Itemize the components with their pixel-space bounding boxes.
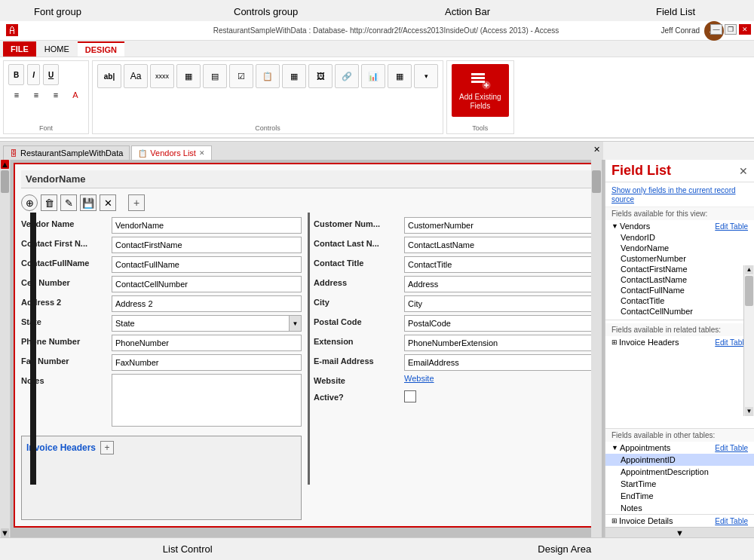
vendors-tab-close[interactable]: ✕ xyxy=(199,149,205,157)
phone-number-input[interactable] xyxy=(112,335,302,351)
fl-scroll-up[interactable]: ▲ xyxy=(745,265,753,274)
fl-scroll-thumb[interactable] xyxy=(745,276,753,306)
active-checkbox[interactable] xyxy=(404,390,416,402)
grid-btn[interactable]: ▦ xyxy=(282,64,306,88)
design-vscroll[interactable] xyxy=(591,160,602,537)
panel-close-btn[interactable]: ✕ xyxy=(593,145,600,155)
city-input[interactable] xyxy=(404,295,594,312)
text-box-btn[interactable]: ab| xyxy=(97,64,121,88)
home-tab[interactable]: HOME xyxy=(37,41,77,57)
website-link[interactable]: Website xyxy=(404,374,434,383)
customer-num-input[interactable] xyxy=(404,217,594,234)
align-right-btn[interactable]: ≡ xyxy=(48,87,64,103)
fl-show-only[interactable]: Show only fields in the current record s… xyxy=(605,182,754,207)
align-center-btn[interactable]: ≡ xyxy=(28,87,44,103)
fl-vendor-name-field[interactable]: VendorName xyxy=(605,243,754,253)
scroll-down-btn[interactable]: ▼ xyxy=(1,528,9,537)
contact-first-input[interactable] xyxy=(112,237,302,253)
bold-btn[interactable]: B xyxy=(8,64,24,85)
state-row: State ▼ xyxy=(21,315,302,332)
email-label: E-mail Address xyxy=(314,354,404,368)
form-delete-btn[interactable]: 🗑 xyxy=(41,194,57,211)
fl-end-time-field[interactable]: EndTime xyxy=(605,490,754,502)
combo-btn[interactable]: xxxx xyxy=(150,64,174,88)
fl-vendor-id[interactable]: VendorID xyxy=(605,232,754,243)
fl-vendors-edit[interactable]: Edit Table xyxy=(715,222,748,231)
contact-full-input[interactable] xyxy=(112,256,302,273)
restore-btn[interactable]: ❐ xyxy=(725,24,737,35)
chart-btn[interactable]: 📊 xyxy=(361,64,385,88)
notes-textarea[interactable] xyxy=(112,374,302,427)
fl-scrollbar[interactable]: ▲ ▼ xyxy=(743,265,754,416)
center-separator xyxy=(308,213,310,485)
cell-number-input[interactable] xyxy=(112,276,302,292)
fl-close-btn[interactable]: ✕ xyxy=(739,165,748,177)
list-box-btn[interactable]: ▦ xyxy=(176,64,201,88)
fl-appointment-desc-field[interactable]: AppointmentDescription xyxy=(605,466,754,478)
fl-scroll-bottom[interactable]: ▼ xyxy=(605,527,754,537)
fax-number-input[interactable] xyxy=(112,354,302,371)
fl-show-only-label[interactable]: Show only fields in the current record s… xyxy=(611,186,736,203)
scroll-up-btn[interactable]: ▲ xyxy=(1,160,9,169)
italic-btn[interactable]: I xyxy=(27,64,40,85)
address-input[interactable] xyxy=(404,276,594,292)
window-controls[interactable]: — ❐ ✕ xyxy=(710,24,751,35)
nav-btn[interactable]: ▦ xyxy=(388,64,412,88)
state-input[interactable] xyxy=(112,315,302,332)
minimize-btn[interactable]: — xyxy=(710,24,722,35)
fl-contact-cell-field[interactable]: ContactCellNumber xyxy=(605,306,754,317)
cell-number-row: Cell Number xyxy=(21,276,302,292)
fl-appointments-header[interactable]: ▼ Appointments Edit Table xyxy=(605,442,754,454)
v-scroll-left[interactable]: ▲ ▼ xyxy=(0,160,11,537)
fl-start-time-field[interactable]: StartTime xyxy=(605,478,754,490)
fl-notes-field[interactable]: Notes xyxy=(605,502,754,514)
design-tab[interactable]: DESIGN xyxy=(78,41,124,57)
address2-input[interactable] xyxy=(112,295,302,312)
hyperlink-btn[interactable]: 🔗 xyxy=(335,64,359,88)
list-control-bar xyxy=(30,213,36,485)
email-input[interactable] xyxy=(404,354,594,371)
scroll-thumb[interactable] xyxy=(1,170,9,193)
fl-scroll-down[interactable]: ▼ xyxy=(745,407,753,416)
fl-contact-first-field[interactable]: ContactFirstName xyxy=(605,264,754,274)
fl-vendors-header[interactable]: ▼ Vendors Edit Table xyxy=(605,220,754,232)
extension-row: Extension xyxy=(314,335,594,351)
fl-invoice-details-edit[interactable]: Edit Table xyxy=(715,517,748,525)
form-save-btn[interactable]: 💾 xyxy=(80,194,97,211)
extension-input[interactable] xyxy=(404,335,594,351)
fl-contact-title-field[interactable]: ContactTitle xyxy=(605,295,754,306)
font-color-btn[interactable]: A xyxy=(67,87,84,103)
underline-btn[interactable]: U xyxy=(43,64,59,85)
form-cancel-btn[interactable]: ✕ xyxy=(100,194,116,211)
fl-appointment-id-field[interactable]: AppointmentID xyxy=(605,454,754,466)
fl-customer-number-field[interactable]: CustomerNumber xyxy=(605,253,754,264)
file-tab[interactable]: FILE xyxy=(3,41,36,57)
invoice-add-btn[interactable]: + xyxy=(100,441,114,454)
check-box-btn[interactable]: ▤ xyxy=(203,64,227,88)
subform-btn[interactable]: 📋 xyxy=(256,64,280,88)
add-existing-fields-btn[interactable]: Add Existing Fields xyxy=(452,64,509,117)
vendor-name-input[interactable] xyxy=(112,217,302,234)
image-btn[interactable]: 🖼 xyxy=(308,64,333,88)
close-btn[interactable]: ✕ xyxy=(739,24,751,35)
form-add-btn[interactable]: ⊕ xyxy=(21,194,38,211)
design-scroll-thumb[interactable] xyxy=(592,170,601,193)
label-btn[interactable]: Aa xyxy=(124,64,148,88)
db-tab[interactable]: 🗄 RestaurantSampleWithData xyxy=(3,145,130,160)
fl-invoice-details-header[interactable]: ⊞ Invoice Details Edit Table xyxy=(605,514,754,527)
fl-appointments-edit[interactable]: Edit Table xyxy=(715,444,748,452)
fl-contact-last-field[interactable]: ContactLastName xyxy=(605,274,754,285)
fl-invoice-headers-header[interactable]: ⊞ Invoice Headers Edit Table xyxy=(605,336,754,348)
form-edit-btn[interactable]: ✎ xyxy=(60,194,77,211)
form-more-btn[interactable]: + xyxy=(128,194,145,211)
more-controls-btn[interactable]: ▾ xyxy=(414,64,438,88)
state-dropdown-btn[interactable]: ▼ xyxy=(289,316,301,331)
contact-title-input[interactable] xyxy=(404,256,594,273)
align-left-btn[interactable]: ≡ xyxy=(8,87,25,103)
postal-code-input[interactable] xyxy=(404,315,594,332)
option-btn[interactable]: ☑ xyxy=(229,64,253,88)
form-title: VendorName xyxy=(21,170,594,188)
fl-contact-full-field[interactable]: ContactFullName xyxy=(605,285,754,295)
vendors-tab[interactable]: 📋 Vendors List ✕ xyxy=(131,145,212,160)
contact-last-input[interactable] xyxy=(404,237,594,253)
